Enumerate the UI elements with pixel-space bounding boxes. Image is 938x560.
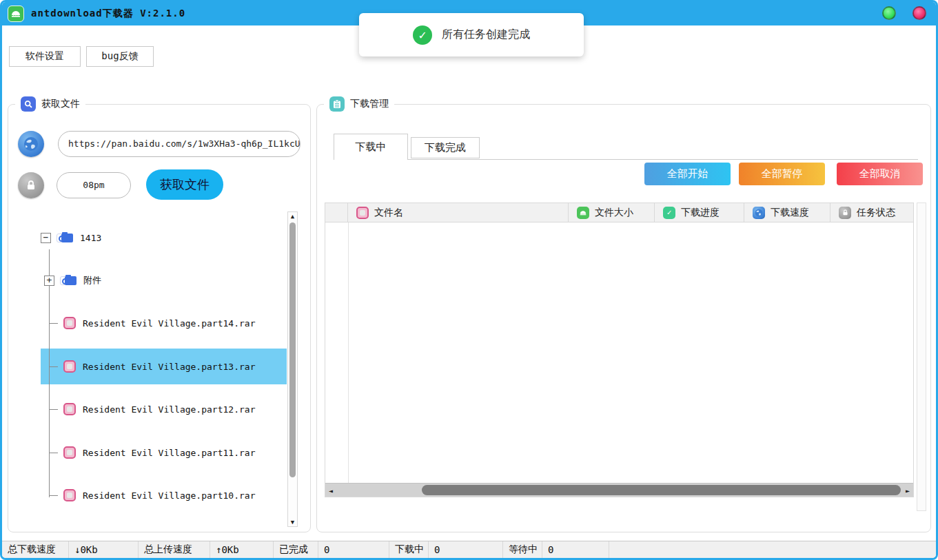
- scroll-right-icon[interactable]: ►: [902, 484, 913, 497]
- settings-button[interactable]: 软件设置: [9, 46, 81, 67]
- header-filesize-label: 文件大小: [595, 207, 633, 219]
- toast-message: 所有任务创建完成: [442, 28, 530, 42]
- tree-node-label: 附件: [83, 274, 101, 287]
- status-waiting-value: 0: [542, 541, 609, 558]
- scroll-down-icon[interactable]: ▼: [288, 519, 297, 526]
- header-filename-label: 文件名: [374, 207, 403, 219]
- file-icon: [63, 446, 76, 459]
- lock-icon: [18, 172, 44, 198]
- bug-feedback-button[interactable]: bug反馈: [86, 46, 154, 67]
- tree-node-folder[interactable]: + 附件: [44, 270, 101, 291]
- search-icon: [21, 96, 36, 112]
- tab-divider: [334, 159, 918, 160]
- scroll-left-icon[interactable]: ◄: [325, 484, 336, 497]
- fetch-files-button[interactable]: 获取文件: [146, 169, 223, 200]
- start-all-button[interactable]: 全部开始: [644, 163, 731, 185]
- status-downloading-value: 0: [429, 541, 503, 558]
- clipboard-icon: [329, 96, 345, 112]
- folder-search-icon: [60, 275, 77, 287]
- app-window: antdownload下载器 V:2.1.0 ✓ 所有任务创建完成 软件设置 b…: [0, 0, 938, 560]
- minimize-button[interactable]: [882, 6, 896, 20]
- download-manager-panel: 下载管理 下载中 下载完成 全部开始 全部暂停 全部取消 文件名 文件大小: [316, 104, 931, 532]
- tree-file-item[interactable]: Resident Evil Village.part10.rar: [63, 485, 255, 506]
- globe-icon: [18, 131, 44, 157]
- scroll-up-icon[interactable]: ▲: [288, 213, 297, 220]
- header-filesize[interactable]: 文件大小: [569, 203, 655, 222]
- cancel-all-button[interactable]: 全部取消: [837, 163, 923, 185]
- status-total-download-label: 总下载速度: [2, 541, 69, 558]
- tree-file-item[interactable]: Resident Evil Village.part14.rar: [63, 313, 255, 333]
- tree-node-root[interactable]: − 1413: [41, 227, 101, 248]
- column-separator: [348, 222, 349, 484]
- collapse-icon[interactable]: −: [41, 233, 51, 243]
- table-horizontal-scrollbar[interactable]: ◄ ►: [325, 483, 913, 497]
- tab-completed[interactable]: 下载完成: [411, 137, 480, 158]
- status-spacer: [609, 541, 936, 558]
- file-name: Resident Evil Village.part12.rar: [83, 404, 255, 415]
- file-icon: [63, 360, 76, 373]
- success-check-icon: ✓: [413, 25, 432, 45]
- app-title: antdownload下载器 V:2.1.0: [31, 8, 185, 20]
- pause-all-button[interactable]: 全部暂停: [739, 163, 825, 185]
- status-total-upload-label: 总上传速度: [139, 541, 210, 558]
- statusbar: 总下载速度 ↓0Kb 总上传速度 ↑0Kb 已完成 0 下载中 0 等待中 0: [2, 541, 936, 558]
- tab-downloading[interactable]: 下载中: [334, 134, 408, 160]
- lock-icon: [839, 207, 851, 219]
- status-total-upload-value: ↑0Kb: [210, 541, 274, 558]
- header-speed-label: 下载速度: [771, 207, 809, 219]
- tree-connector-tick: [49, 366, 58, 367]
- tree-connector-tick: [49, 323, 58, 324]
- get-files-legend: 获取文件: [15, 96, 85, 112]
- download-table-header: 文件名 文件大小 ✓ 下载进度 下载速度: [325, 203, 913, 222]
- header-select-column[interactable]: [325, 203, 348, 222]
- expand-icon[interactable]: +: [44, 276, 54, 286]
- scrollbar-thumb[interactable]: [289, 222, 296, 477]
- file-name: Resident Evil Village.part13.rar: [83, 362, 255, 372]
- file-name: Resident Evil Village.part10.rar: [83, 490, 255, 501]
- check-icon: ✓: [663, 207, 675, 219]
- scrollbar-thumb[interactable]: [422, 485, 901, 495]
- file-name: Resident Evil Village.part11.rar: [83, 448, 255, 458]
- download-manager-legend: 下载管理: [324, 96, 394, 112]
- tree-connector-tick: [49, 495, 58, 496]
- header-status-label: 任务状态: [857, 207, 895, 219]
- share-url-input[interactable]: https://pan.baidu.com/s/1w3XHa3-qh6p_IL1…: [58, 131, 300, 157]
- header-status[interactable]: 任务状态: [830, 203, 913, 222]
- tree-connector-tick: [49, 409, 58, 410]
- download-manager-legend-label: 下载管理: [350, 98, 389, 110]
- file-icon: [63, 317, 76, 329]
- status-downloading-label: 下载中: [389, 541, 429, 558]
- status-waiting-label: 等待中: [503, 541, 542, 558]
- get-files-legend-label: 获取文件: [41, 98, 80, 110]
- header-filename[interactable]: 文件名: [348, 203, 569, 222]
- status-completed-label: 已完成: [274, 541, 318, 558]
- file-icon: [356, 207, 369, 219]
- file-icon: [63, 489, 76, 501]
- tree-connector-tick: [49, 453, 58, 453]
- header-progress-label: 下载进度: [681, 207, 720, 219]
- globe-icon: [753, 207, 765, 219]
- folder-search-icon: [57, 232, 73, 244]
- table-vertical-scrollbar-track[interactable]: [917, 203, 926, 511]
- tree-file-item[interactable]: Resident Evil Village.part12.rar: [63, 399, 255, 419]
- tree-node-label: 1413: [80, 233, 101, 243]
- header-speed[interactable]: 下载速度: [744, 203, 830, 222]
- file-tree: − 1413 + 附件 Resident Evil Village.part14…: [15, 211, 298, 527]
- tree-file-item[interactable]: Resident Evil Village.part11.rar: [63, 442, 255, 463]
- share-password-input[interactable]: 08pm: [57, 172, 131, 198]
- file-name: Resident Evil Village.part14.rar: [83, 318, 255, 329]
- get-files-panel: 获取文件 https://pan.baidu.com/s/1w3XHa3-qh6…: [8, 104, 311, 532]
- toast-notification: ✓ 所有任务创建完成: [359, 13, 584, 56]
- file-icon: [63, 403, 76, 415]
- size-icon: [577, 207, 589, 219]
- app-logo-icon: [8, 6, 24, 22]
- tree-vertical-scrollbar[interactable]: ▲ ▼: [287, 211, 298, 527]
- header-progress[interactable]: ✓ 下载进度: [655, 203, 744, 222]
- download-table: 文件名 文件大小 ✓ 下载进度 下载速度: [325, 203, 914, 497]
- status-total-download-value: ↓0Kb: [69, 541, 139, 558]
- close-button[interactable]: [912, 6, 926, 20]
- status-completed-value: 0: [318, 541, 389, 558]
- tree-file-item-selected[interactable]: Resident Evil Village.part13.rar: [63, 356, 255, 377]
